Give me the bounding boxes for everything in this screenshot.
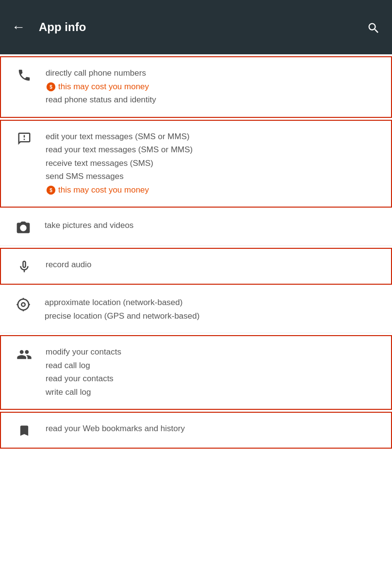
permission-group-location: approximate location (network-based)prec…: [0, 287, 392, 333]
permission-group-sms: edit your text messages (SMS or MMS)read…: [0, 120, 392, 208]
permission-group-phone: directly call phone numbers$this may cos…: [0, 56, 392, 118]
permission-text-contacts: modify your contactsread call logread yo…: [36, 346, 379, 399]
permission-group-microphone: record audio: [0, 248, 392, 285]
cost-warning: $this may cost you money: [46, 184, 379, 196]
permission-item: directly call phone numbers: [46, 67, 379, 80]
svg-point-5: [18, 299, 29, 310]
contacts-icon: [13, 346, 36, 362]
permissions-list: directly call phone numbers$this may cos…: [0, 56, 392, 449]
permission-text-bookmarks: read your Web bookmarks and history: [36, 422, 379, 436]
permission-item: read phone status and identity: [46, 94, 379, 106]
permission-item: write call log: [46, 386, 379, 399]
phone-icon: [13, 67, 36, 82]
permission-item: edit your text messages (SMS or MMS): [46, 130, 379, 143]
permission-group-bookmarks: read your Web bookmarks and history: [0, 412, 392, 449]
permission-item: send SMS messages: [46, 170, 379, 183]
permission-item: receive text messages (SMS): [46, 157, 379, 170]
permission-item: modify your contacts: [46, 346, 379, 358]
cost-warning: $this may cost you money: [46, 81, 379, 93]
svg-text:$: $: [49, 84, 52, 90]
permission-item: read call log: [46, 359, 379, 372]
permission-item: record audio: [46, 259, 379, 271]
permission-group-camera: take pictures and videos: [0, 210, 392, 246]
permission-item: approximate location (network-based): [45, 296, 380, 309]
page-title: App info: [39, 20, 367, 34]
permission-item: read your text messages (SMS or MMS): [46, 144, 379, 156]
permission-text-sms: edit your text messages (SMS or MMS)read…: [36, 130, 379, 197]
permission-text-microphone: record audio: [36, 259, 379, 272]
permission-group-contacts: modify your contactsread call logread yo…: [0, 335, 392, 410]
permission-item: precise location (GPS and network-based): [45, 310, 380, 323]
svg-point-4: [21, 303, 25, 307]
message-icon: [13, 130, 36, 146]
search-button[interactable]: [367, 19, 380, 34]
app-bar: ← App info: [0, 0, 392, 54]
mic-icon: [13, 259, 36, 274]
permission-item: read your Web bookmarks and history: [46, 422, 379, 435]
location-icon: [12, 296, 35, 312]
bookmark-icon: [13, 422, 36, 438]
permission-text-location: approximate location (network-based)prec…: [35, 296, 380, 323]
camera-icon: [12, 219, 35, 236]
permission-item: read your contacts: [46, 372, 379, 385]
permission-text-phone: directly call phone numbers$this may cos…: [36, 67, 379, 107]
svg-text:$: $: [49, 188, 52, 193]
permission-item: take pictures and videos: [45, 219, 380, 232]
permission-text-camera: take pictures and videos: [35, 219, 380, 233]
back-button[interactable]: ←: [12, 19, 25, 35]
